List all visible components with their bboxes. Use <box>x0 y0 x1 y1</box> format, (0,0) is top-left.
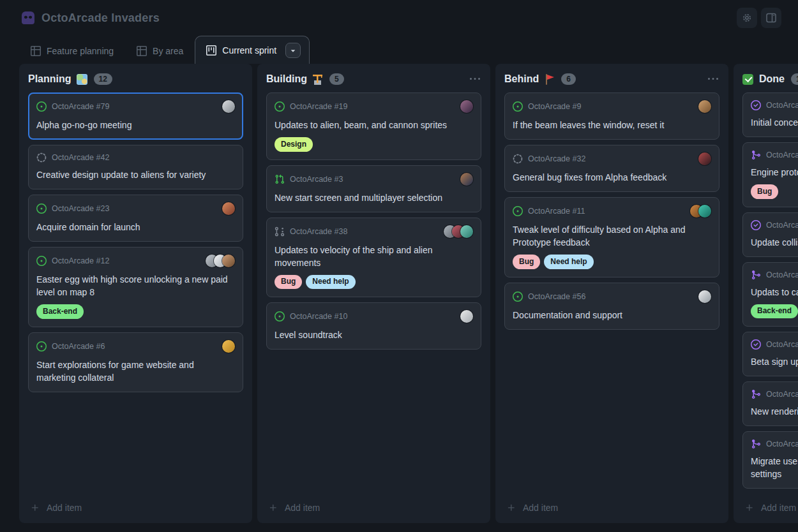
column-count: 12 <box>94 73 112 85</box>
column-header: Planning 12 <box>19 64 252 91</box>
card[interactable]: OctoArcade #10 Level soundtrack <box>266 302 481 350</box>
column-count: 12 <box>791 73 798 85</box>
add-item-label: Add item <box>523 503 558 513</box>
issue-closed-icon <box>751 220 761 230</box>
tab-options-button[interactable] <box>285 43 301 58</box>
add-item-label: Add item <box>285 503 320 513</box>
avatar <box>698 205 711 218</box>
label-pill: Bug <box>513 255 540 269</box>
issue-draft-icon <box>513 154 523 164</box>
column-done: Done 12 OctoArcade Initial concept OctoA… <box>734 64 798 523</box>
card[interactable]: OctoArcade New renderin <box>742 381 798 426</box>
card[interactable]: OctoArcade #3 New start screen and multi… <box>266 165 481 212</box>
card-id: OctoArcade #3 <box>290 175 343 184</box>
card-title: General bug fixes from Alpha feedback <box>513 171 711 184</box>
label-pill: Back-end <box>751 304 798 319</box>
issue-opened-icon <box>36 203 47 214</box>
column-menu-button[interactable] <box>708 74 718 84</box>
avatar <box>460 310 473 323</box>
card-title: Migrate users settings <box>751 455 798 480</box>
column-header: Building 5 <box>257 64 490 91</box>
card[interactable]: OctoArcade Updats to car Back-end <box>742 262 798 327</box>
column-count: 6 <box>561 73 576 85</box>
avatars <box>690 205 711 218</box>
add-item-button[interactable]: Add item <box>495 495 728 523</box>
avatar <box>698 290 711 303</box>
card[interactable]: OctoArcade #11 Tweak level of difficulty… <box>504 197 719 277</box>
issue-closed-icon <box>751 100 761 110</box>
label-pill: Need help <box>306 275 355 290</box>
card-id: OctoArcade <box>766 340 798 349</box>
avatar <box>460 100 473 113</box>
card[interactable]: OctoArcade #6 Start explorations for gam… <box>28 332 243 392</box>
add-item-button[interactable]: Add item <box>19 495 252 523</box>
card-id: OctoArcade <box>766 151 798 159</box>
card[interactable]: OctoArcade #12 Easter egg with high scor… <box>28 247 243 327</box>
card-title: Updates to velocity of the ship and alie… <box>275 244 473 269</box>
card[interactable]: OctoArcade #56 Documentation and support <box>504 283 719 330</box>
avatars <box>460 173 473 186</box>
card[interactable]: OctoArcade Update collisi <box>742 212 798 257</box>
avatars <box>460 310 473 323</box>
card-title: Acquire domain for launch <box>36 221 235 233</box>
git-merge-icon <box>751 389 761 399</box>
card-id: OctoArcade #19 <box>290 102 347 111</box>
issue-opened-icon <box>36 341 47 351</box>
building-construction-emoji <box>312 74 323 85</box>
card[interactable]: OctoArcade #23 Acquire domain for launch <box>28 195 243 242</box>
avatars <box>698 152 711 165</box>
sidebar-panel-icon <box>766 13 776 23</box>
add-item-button[interactable]: Add item <box>734 495 798 523</box>
card-list: OctoArcade Initial concept OctoArcade En… <box>734 91 798 494</box>
avatars <box>222 202 235 215</box>
avatars <box>222 340 235 353</box>
kebab-icon <box>470 74 480 84</box>
column-menu-button[interactable] <box>470 74 480 84</box>
avatars <box>444 225 473 238</box>
map-emoji <box>77 74 87 85</box>
card-id: OctoArcade <box>766 221 798 230</box>
tab-by-area[interactable]: By area <box>125 38 195 64</box>
card[interactable]: OctoArcade Beta sign up <box>742 332 798 376</box>
card[interactable]: OctoArcade #38 Updates to velocity of th… <box>266 218 481 298</box>
card[interactable]: OctoArcade #9 If the beam leaves the win… <box>504 92 719 140</box>
table-icon <box>31 46 41 56</box>
git-merge-icon <box>751 270 761 280</box>
issue-opened-icon <box>513 292 523 302</box>
table-icon <box>137 46 147 56</box>
card[interactable]: OctoArcade Initial concept <box>742 92 798 137</box>
issue-draft-icon <box>36 152 47 163</box>
column-planning: Planning 12 OctoArcade #79 Alpha go-no-g… <box>19 64 252 523</box>
panel-toggle-button[interactable] <box>761 8 781 28</box>
card-title: Engine protot <box>751 166 798 179</box>
card[interactable]: OctoArcade #32 General bug fixes from Al… <box>504 145 719 192</box>
card[interactable]: OctoArcade Engine protot Bug <box>742 142 798 207</box>
settings-button[interactable] <box>737 8 757 28</box>
card[interactable]: OctoArcade #42 Creative design update to… <box>28 145 243 189</box>
issue-closed-icon <box>751 339 761 350</box>
avatars <box>206 255 235 267</box>
avatar <box>460 173 473 186</box>
plus-icon <box>31 503 40 512</box>
plus-icon <box>507 503 516 512</box>
add-item-button[interactable]: Add item <box>257 495 490 523</box>
tab-current-sprint[interactable]: Current sprint <box>195 36 310 64</box>
avatars <box>460 100 473 113</box>
tab-label: Current sprint <box>222 45 276 55</box>
column-title: Behind <box>504 73 539 85</box>
avatar <box>698 152 711 165</box>
card-id: OctoArcade #42 <box>52 153 109 162</box>
card[interactable]: OctoArcade Migrate users settings <box>742 431 798 489</box>
triangle-down-icon <box>289 46 297 55</box>
card-id: OctoArcade #10 <box>290 312 347 321</box>
pull-request-draft-icon <box>275 226 285 237</box>
card-id: OctoArcade <box>766 270 798 279</box>
card-title: Updats to car <box>751 286 798 299</box>
issue-opened-icon <box>275 101 285 112</box>
card-title: Updates to alien, beam, and cannon sprit… <box>275 119 473 131</box>
triangular-flag-emoji <box>544 74 555 85</box>
card[interactable]: OctoArcade #19 Updates to alien, beam, a… <box>266 92 481 160</box>
label-pill: Bug <box>275 275 302 290</box>
card[interactable]: OctoArcade #79 Alpha go-no-go meeting <box>28 92 243 140</box>
tab-feature-planning[interactable]: Feature planning <box>19 38 125 64</box>
